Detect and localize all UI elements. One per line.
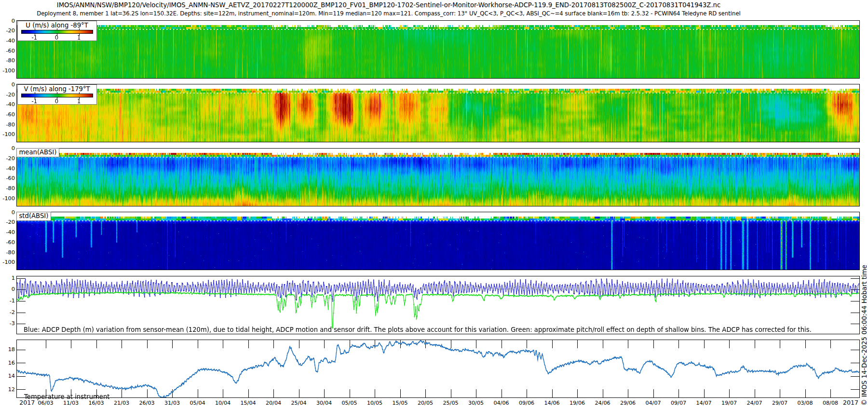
y-tick-u-60: -60 xyxy=(0,47,15,55)
y-tick-mean_absi-80: -80 xyxy=(0,185,15,192)
x-tick-05-05: 05/05 xyxy=(341,400,357,406)
y-tick-depthvar-0: 0 xyxy=(0,286,15,293)
x-tick-29-07: 29/07 xyxy=(772,400,787,406)
y-tick-temp-16: 16 xyxy=(0,359,15,367)
legend-u: U (m/s) along -89°T -1 0 1 xyxy=(17,21,97,41)
x-tick-03-08: 03/08 xyxy=(797,400,813,406)
x-tick-14-07: 14/07 xyxy=(696,400,711,406)
x-tick-04-06: 04/06 xyxy=(493,400,509,406)
legend-v: V (m/s) along -179°T -1 0 1 xyxy=(17,84,97,105)
heatmap-std-absi xyxy=(17,212,859,270)
x-tick-15-05: 15/05 xyxy=(392,400,407,406)
y-tick-v-60: -60 xyxy=(0,111,15,118)
x-tick-05-04: 05/04 xyxy=(190,400,205,406)
x-tick-09-06: 09/06 xyxy=(519,400,534,406)
label-std-absi: std(ABSI) xyxy=(16,212,52,221)
x-tick-20-04: 20/04 xyxy=(266,400,281,406)
temperature-plot xyxy=(17,340,859,397)
y-tick-mean_absi-60: -60 xyxy=(0,175,15,182)
x-tick-24-06: 24/06 xyxy=(595,400,610,406)
depth-variation-caption: Blue: ADCP Depth (m) variation from sens… xyxy=(24,326,812,333)
figure-title-line1: IMOS/ANMN/NSW/BMP120/Velocity/IMOS_ANMN-… xyxy=(57,1,720,9)
x-tick-11-03: 11/03 xyxy=(63,400,79,406)
x-tick-10-05: 10/05 xyxy=(367,400,382,406)
x-tick-06-03: 06/03 xyxy=(38,400,53,406)
heatmap-u-velocity xyxy=(17,21,859,78)
y-tick-v-80: -80 xyxy=(0,121,15,128)
y-tick-std_absi-60: -60 xyxy=(0,239,15,246)
y-tick-depthvar--3: -3 xyxy=(0,320,15,327)
legend-v-tick-0: 0 xyxy=(55,98,58,105)
y-tick-std_absi-20: -20 xyxy=(0,219,15,226)
y-tick-std_absi-0: 0 xyxy=(0,209,15,216)
x-tick-20-05: 20/05 xyxy=(418,400,433,406)
x-tick-14-06: 14/06 xyxy=(544,400,559,406)
y-tick-v-0: 0 xyxy=(0,81,15,88)
y-tick-std_absi-80: -80 xyxy=(0,249,15,256)
depth-variation-plot xyxy=(17,276,859,334)
x-tick-16-03: 16/03 xyxy=(88,400,104,406)
y-tick-u-0: 0 xyxy=(0,17,15,25)
y-tick-u-80: -80 xyxy=(0,57,15,64)
y-tick-mean_absi-40: -40 xyxy=(0,165,15,172)
y-tick-depthvar--2: -2 xyxy=(0,309,15,316)
legend-u-tick-neg1: -1 xyxy=(32,34,37,41)
x-tick-08-08: 08/08 xyxy=(823,400,838,406)
y-tick-v-100: -100 xyxy=(0,131,15,138)
legend-v-tick-neg1: -1 xyxy=(32,98,37,105)
x-tick-26-03: 26/03 xyxy=(139,400,154,406)
y-tick-v-20: -20 xyxy=(0,91,15,98)
legend-u-tick-0: 0 xyxy=(55,34,58,41)
y-tick-mean_absi-100: -100 xyxy=(0,195,15,202)
temperature-label: Temperature at instrument xyxy=(24,393,110,400)
legend-u-tick-1: 1 xyxy=(77,34,81,41)
x-axis-year-right: 2017 xyxy=(843,399,858,406)
y-tick-temp-18: 18 xyxy=(0,346,15,353)
x-tick-25-05: 25/05 xyxy=(443,400,458,406)
x-tick-30-05: 30/05 xyxy=(468,400,484,406)
y-tick-mean_absi-20: -20 xyxy=(0,155,15,162)
x-tick-29-06: 29/06 xyxy=(620,400,636,406)
x-tick-15-04: 15/04 xyxy=(240,400,256,406)
adcp-figure: IMOS/ANMN/NSW/BMP120/Velocity/IMOS_ANMN-… xyxy=(0,0,868,410)
y-tick-u-100: -100 xyxy=(0,67,15,74)
y-tick-v-40: -40 xyxy=(0,101,15,108)
y-tick-std_absi-100: -100 xyxy=(0,259,15,266)
x-tick-10-04: 10/04 xyxy=(215,400,231,406)
imos-watermark: © IMOS 14-Dec-2025 06:00:44 Hobart time xyxy=(861,265,868,406)
y-tick-std_absi-40: -40 xyxy=(0,229,15,236)
y-tick-temp-14: 14 xyxy=(0,372,15,380)
x-tick-19-07: 19/07 xyxy=(721,400,737,406)
y-tick-temp-12: 12 xyxy=(0,386,15,393)
y-tick-mean_absi-0: 0 xyxy=(0,145,15,152)
heatmap-v-velocity xyxy=(17,84,859,142)
figure-title-line2: Deployment 8, member 1 lat=36.2S lon=150… xyxy=(37,10,741,17)
x-tick-21-03: 21/03 xyxy=(114,400,129,406)
x-tick-04-07: 04/07 xyxy=(645,400,661,406)
y-tick-depthvar-1: 1 xyxy=(0,274,15,282)
heatmap-mean-absi xyxy=(17,149,859,206)
y-tick-u-20: -20 xyxy=(0,27,15,34)
x-tick-25-04: 25/04 xyxy=(291,400,306,406)
x-tick-24-07: 24/07 xyxy=(746,400,762,406)
x-tick-30-04: 30/04 xyxy=(316,400,332,406)
y-tick-u-40: -40 xyxy=(0,37,15,44)
x-tick-19-06: 19/06 xyxy=(570,400,585,406)
x-tick-09-07: 09/07 xyxy=(671,400,686,406)
x-tick-31-03: 31/03 xyxy=(164,400,180,406)
y-tick-depthvar--1: -1 xyxy=(0,297,15,304)
label-mean-absi: mean(ABSI) xyxy=(16,148,60,157)
legend-v-tick-1: 1 xyxy=(77,98,81,105)
